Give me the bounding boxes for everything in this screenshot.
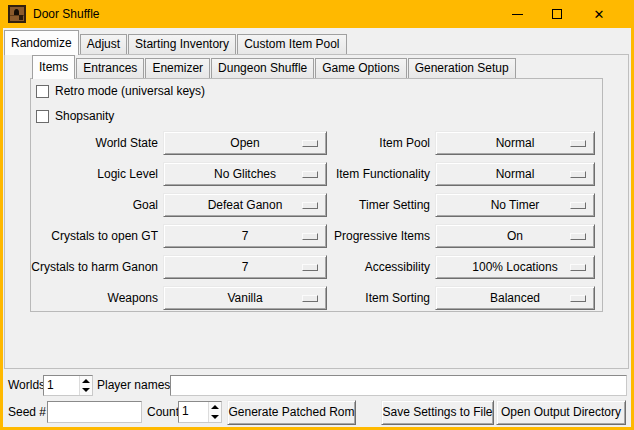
tab-dungeon-shuffle[interactable]: Dungeon Shuffle (211, 58, 314, 78)
item-pool-label: Item Pool (330, 131, 430, 155)
timer-setting-label: Timer Setting (330, 193, 430, 217)
tab-randomize[interactable]: Randomize (4, 30, 79, 55)
dropdown-value: Open (230, 136, 259, 150)
dropdown-value: No Timer (491, 198, 540, 212)
titlebar[interactable]: Door Shuffle ✕ (0, 0, 634, 28)
progressive-items-dropdown[interactable]: On (435, 224, 595, 248)
worlds-spinner[interactable]: 1 (43, 375, 93, 396)
logic-level-label: Logic Level (25, 162, 158, 186)
dropdown-value: Normal (496, 167, 535, 181)
dropdown-value: On (507, 229, 523, 243)
seed-label: Seed # (8, 401, 46, 423)
tab-items[interactable]: Items (32, 55, 75, 79)
item-functionality-dropdown[interactable]: Normal (435, 162, 595, 186)
timer-setting-dropdown[interactable]: No Timer (435, 193, 595, 217)
generate-patched-rom-button[interactable]: Generate Patched Rom (227, 400, 356, 425)
spinner-arrows (79, 376, 92, 395)
spin-up-icon[interactable] (80, 376, 92, 386)
accessibility-dropdown[interactable]: 100% Locations (435, 255, 595, 279)
count-value[interactable]: 1 (179, 402, 208, 422)
dropdown-indicator-icon (570, 264, 586, 271)
crystals-open-gt-label: Crystals to open GT (25, 224, 158, 248)
tab-adjust[interactable]: Adjust (80, 34, 127, 54)
logic-level-dropdown[interactable]: No Glitches (163, 162, 327, 186)
window-title: Door Shuffle (33, 0, 100, 28)
goal-dropdown[interactable]: Defeat Ganon (163, 193, 327, 217)
close-button[interactable]: ✕ (577, 0, 621, 28)
player-names-input[interactable] (170, 375, 627, 396)
crystals-open-gt-dropdown[interactable]: 7 (163, 224, 327, 248)
dropdown-value: No Glitches (214, 167, 276, 181)
dropdown-indicator-icon (570, 171, 586, 178)
count-label: Count (147, 401, 179, 423)
seed-input[interactable] (47, 401, 142, 423)
player-names-label: Player names (97, 375, 170, 396)
dropdown-indicator-icon (302, 171, 318, 178)
progressive-items-label: Progressive Items (330, 224, 430, 248)
dropdown-indicator-icon (302, 233, 318, 240)
outer-tab-bar: Randomize Adjust Starting Inventory Cust… (4, 30, 347, 54)
world-state-dropdown[interactable]: Open (163, 131, 327, 155)
dropdown-indicator-icon (302, 140, 318, 147)
tab-enemizer[interactable]: Enemizer (145, 58, 210, 78)
checkbox-label: Retro mode (universal keys) (55, 84, 205, 98)
tab-entrances[interactable]: Entrances (76, 58, 144, 78)
dropdown-value: 7 (242, 229, 249, 243)
accessibility-label: Accessibility (330, 255, 430, 279)
tab-game-options[interactable]: Game Options (315, 58, 406, 78)
count-spinner[interactable]: 1 (178, 401, 222, 423)
spin-down-icon[interactable] (209, 412, 221, 422)
tab-generation-setup[interactable]: Generation Setup (408, 58, 516, 78)
dropdown-indicator-icon (302, 295, 318, 302)
dropdown-indicator-icon (570, 202, 586, 209)
world-state-label: World State (25, 131, 158, 155)
dropdown-value: Normal (496, 136, 535, 150)
shopsanity-checkbox[interactable]: Shopsanity (36, 109, 114, 123)
spinner-arrows (208, 402, 221, 422)
item-functionality-label: Item Functionality (330, 162, 430, 186)
close-icon: ✕ (594, 8, 605, 21)
spin-up-icon[interactable] (209, 402, 221, 412)
dropdown-value: Defeat Ganon (208, 198, 283, 212)
dropdown-indicator-icon (570, 233, 586, 240)
dropdown-indicator-icon (570, 140, 586, 147)
dropdown-value: Balanced (490, 291, 540, 305)
open-output-directory-button[interactable]: Open Output Directory (496, 400, 626, 425)
door-icon (8, 5, 26, 23)
dropdown-value: 100% Locations (472, 260, 557, 274)
dropdown-value: Vanilla (227, 291, 262, 305)
maximize-icon (552, 9, 562, 19)
spin-down-icon[interactable] (80, 386, 92, 396)
retro-mode-checkbox[interactable]: Retro mode (universal keys) (36, 84, 205, 98)
item-sorting-label: Item Sorting (330, 286, 430, 310)
item-sorting-dropdown[interactable]: Balanced (435, 286, 595, 310)
tab-starting-inventory[interactable]: Starting Inventory (128, 34, 236, 54)
dropdown-value: 7 (242, 260, 249, 274)
minimize-icon (512, 14, 523, 15)
tab-custom-item-pool[interactable]: Custom Item Pool (237, 34, 346, 54)
checkbox-box[interactable] (36, 110, 49, 123)
checkbox-box[interactable] (36, 85, 49, 98)
minimize-button[interactable] (497, 0, 537, 28)
weapons-dropdown[interactable]: Vanilla (163, 286, 327, 310)
worlds-label: Worlds (8, 375, 45, 396)
weapons-label: Weapons (25, 286, 158, 310)
goal-label: Goal (25, 193, 158, 217)
item-pool-dropdown[interactable]: Normal (435, 131, 595, 155)
maximize-button[interactable] (537, 0, 577, 28)
dropdown-indicator-icon (302, 264, 318, 271)
app-window: Door Shuffle ✕ Randomize Adjust Starting… (0, 0, 634, 430)
crystals-harm-ganon-label: Crystals to harm Ganon (25, 255, 158, 279)
dropdown-indicator-icon (570, 295, 586, 302)
door-mark (19, 15, 23, 20)
dropdown-indicator-icon (302, 202, 318, 209)
save-settings-button[interactable]: Save Settings to File (381, 400, 494, 425)
crystals-harm-ganon-dropdown[interactable]: 7 (163, 255, 327, 279)
inner-tab-bar: Items Entrances Enemizer Dungeon Shuffle… (32, 55, 516, 78)
checkbox-label: Shopsanity (55, 109, 114, 123)
worlds-value[interactable]: 1 (44, 376, 79, 395)
